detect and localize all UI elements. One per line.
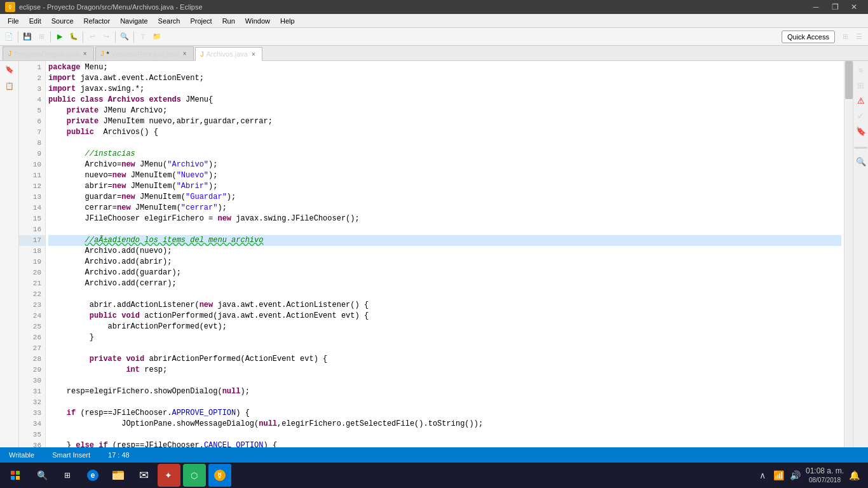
- menu-bar: File Edit Source Refactor Navigate Searc…: [0, 14, 868, 28]
- svg-rect-1: [16, 471, 20, 475]
- taskbar-search[interactable]: 🔍: [31, 464, 53, 487]
- save-all-button[interactable]: ⊞: [35, 30, 48, 43]
- taskbar-clock[interactable]: 01:08 a. m. 08/07/2018: [806, 466, 844, 485]
- tab-modified-ventana: *: [107, 50, 109, 58]
- bookmark-icon[interactable]: 🔖: [3, 62, 17, 76]
- code-line-13: guardar=new JMenuItem("Guardar");: [48, 192, 841, 203]
- toolbar-sep-2: [50, 31, 51, 43]
- tab-archivos[interactable]: J Archivos.java ×: [195, 47, 262, 61]
- code-line-18: Archivo.add(nuevo);: [48, 246, 841, 257]
- quick-access-button[interactable]: Quick Access: [782, 30, 835, 43]
- code-line-33: if (resp==JFileChooser.APPROVE_OPTION) {: [48, 408, 841, 419]
- tab-label-proyecto: ProyectoDragon.java: [14, 50, 79, 58]
- line-numbers: 1 2 3 4 5 6 7 8 9 10 11 12 13 14 15 16 1…: [19, 61, 46, 447]
- title-left: ☿ eclipse - Proyecto Dragon/src/Menu/Arc…: [5, 2, 203, 12]
- line-29: 29: [19, 365, 45, 376]
- line-10: 10: [19, 159, 45, 170]
- view-menu-button[interactable]: ☰: [853, 30, 865, 43]
- taskbar-edge[interactable]: e: [81, 464, 104, 487]
- run-button[interactable]: ▶: [53, 30, 66, 43]
- restore-button[interactable]: ❐: [826, 0, 844, 14]
- hierarchy-icon[interactable]: ⊞: [855, 79, 867, 92]
- open-resource-button[interactable]: 📁: [151, 30, 163, 43]
- toolbar-sep-1: [18, 31, 18, 43]
- code-line-9: //instacias: [48, 149, 841, 159]
- taskbar-unknown2[interactable]: ⬡: [183, 464, 206, 487]
- save-button[interactable]: 💾: [21, 30, 34, 43]
- debug-button[interactable]: 🐛: [67, 30, 80, 43]
- tab-icon-archivos: J: [201, 51, 204, 58]
- taskbar-task-view[interactable]: ⊞: [56, 464, 79, 487]
- code-content[interactable]: package Menu; import java.awt.event.Acti…: [46, 61, 844, 447]
- tab-close-ventana[interactable]: ×: [182, 50, 188, 57]
- tab-close-proyecto[interactable]: ×: [82, 50, 88, 57]
- eclipse-icon: ☿: [5, 2, 15, 12]
- svg-rect-0: [11, 471, 15, 475]
- system-tray[interactable]: ∧: [756, 469, 769, 482]
- outline-icon[interactable]: ≡: [855, 64, 867, 76]
- network-icon[interactable]: 📶: [773, 469, 785, 482]
- redo-button[interactable]: ↪: [100, 30, 112, 43]
- search-rs-icon[interactable]: 🔍: [855, 155, 867, 168]
- smart-insert-status: Smart Insert: [48, 451, 94, 459]
- svg-rect-3: [16, 476, 20, 480]
- menu-edit[interactable]: Edit: [24, 14, 46, 27]
- status-left: Writable Smart Insert 17 : 48: [5, 451, 133, 459]
- code-line-8: [48, 138, 841, 149]
- code-line-26: }: [48, 332, 841, 343]
- menu-project[interactable]: Project: [185, 14, 217, 27]
- menu-refactor[interactable]: Refactor: [79, 14, 116, 27]
- svg-rect-8: [112, 471, 118, 473]
- taskbar-unknown1[interactable]: ✦: [158, 464, 180, 487]
- search-button[interactable]: 🔍: [118, 30, 131, 43]
- tasks-icon[interactable]: 📋: [3, 79, 17, 93]
- toolbar-sep-5: [133, 31, 134, 43]
- new-button[interactable]: 📄: [3, 30, 15, 43]
- menu-window[interactable]: Window: [240, 14, 275, 27]
- tasks-rs-icon[interactable]: ✓: [855, 109, 867, 122]
- perspective-button[interactable]: ⊞: [839, 30, 851, 43]
- code-line-22: [48, 289, 841, 300]
- problems-icon[interactable]: ⚠: [855, 94, 867, 107]
- menu-run[interactable]: Run: [217, 14, 240, 27]
- minimize-button[interactable]: ─: [807, 0, 825, 14]
- taskbar-explorer[interactable]: [107, 464, 130, 487]
- tab-proyecto[interactable]: J ProyectoDragon.java ×: [3, 46, 94, 60]
- taskbar-mail[interactable]: ✉: [132, 464, 155, 487]
- menu-search[interactable]: Search: [153, 14, 186, 27]
- close-button[interactable]: ✕: [845, 0, 863, 14]
- tab-label-archivos: Archivos.java: [207, 50, 248, 58]
- line-3: 3: [19, 84, 45, 95]
- code-editor[interactable]: 1 2 3 4 5 6 7 8 9 10 11 12 13 14 15 16 1…: [19, 61, 853, 447]
- notification-icon[interactable]: 🔔: [848, 469, 860, 482]
- code-line-3: import javax.swing.*;: [48, 84, 841, 95]
- taskbar-eclipse[interactable]: ☿: [208, 464, 231, 487]
- menu-navigate[interactable]: Navigate: [115, 14, 153, 27]
- taskbar: 🔍 ⊞ e ✉ ✦ ⬡ ☿ ∧ 📶 🔊 01:08 a. m. 08/07/20…: [0, 463, 868, 488]
- tab-ventana[interactable]: J * VentanaPrincipal.java ×: [95, 46, 194, 60]
- menu-source[interactable]: Source: [46, 14, 79, 27]
- line-28: 28: [19, 354, 45, 365]
- start-button[interactable]: [3, 463, 28, 488]
- status-bar: Writable Smart Insert 17 : 48: [0, 447, 868, 463]
- console-icon[interactable]: ▬▬: [855, 140, 867, 152]
- volume-icon[interactable]: 🔊: [789, 469, 802, 482]
- undo-button[interactable]: ↩: [86, 30, 98, 43]
- menu-file[interactable]: File: [3, 14, 24, 27]
- code-line-17: //aÃ±adiendo los items del menu archivo: [48, 235, 841, 246]
- code-line-36: } else if (resp==JFileChooser.CANCEL_OPT…: [48, 440, 841, 447]
- tab-close-archivos[interactable]: ×: [250, 51, 257, 58]
- editor-scrollbar[interactable]: [844, 61, 853, 447]
- scroll-thumb[interactable]: [845, 61, 853, 99]
- open-type-button[interactable]: T: [137, 30, 149, 43]
- line-4: 4: [19, 95, 45, 105]
- title-bar: ☿ eclipse - Proyecto Dragon/src/Menu/Arc…: [0, 0, 868, 14]
- line-27: 27: [19, 343, 45, 354]
- line-36: 36: [19, 440, 45, 447]
- left-gutter: 🔖 📋: [0, 61, 19, 447]
- code-line-23: abrir.addActionListener(new java.awt.eve…: [48, 300, 841, 311]
- menu-help[interactable]: Help: [275, 14, 300, 27]
- code-line-20: Archivo.add(guardar);: [48, 268, 841, 278]
- bookmarks-rs-icon[interactable]: 🔖: [855, 125, 867, 137]
- toolbar-sep-4: [115, 31, 116, 43]
